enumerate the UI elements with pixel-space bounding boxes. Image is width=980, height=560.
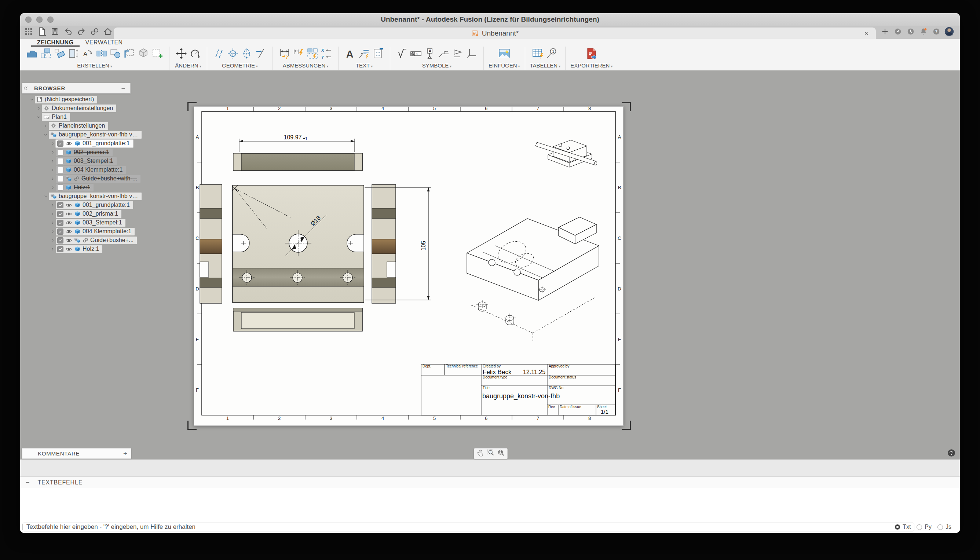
edge-extension-button[interactable] <box>254 47 268 62</box>
chevron-right-icon[interactable] <box>50 167 56 173</box>
share-link-button[interactable] <box>89 27 100 38</box>
eye-icon[interactable] <box>65 228 72 235</box>
surface-texture-button[interactable] <box>395 47 409 62</box>
projected-view-button[interactable] <box>39 47 53 62</box>
comments-bar[interactable]: KOMMENTARE + <box>22 448 131 459</box>
job-status-button[interactable] <box>906 28 915 37</box>
section-view-button[interactable] <box>67 47 81 62</box>
visibility-checkbox[interactable] <box>57 202 63 208</box>
chevron-right-icon[interactable] <box>50 246 56 252</box>
chevron-right-icon[interactable] <box>50 220 56 226</box>
visibility-checkbox[interactable] <box>57 220 63 226</box>
eye-icon[interactable] <box>65 210 72 217</box>
eye-icon[interactable] <box>65 140 72 147</box>
export-button[interactable] <box>585 47 598 62</box>
close-tab-icon[interactable] <box>862 29 871 38</box>
text-commands-header[interactable]: − TEXTBEFEHLE <box>20 477 960 488</box>
top-view[interactable] <box>233 153 362 170</box>
note-button[interactable] <box>371 47 385 62</box>
chevron-right-icon[interactable] <box>35 105 42 112</box>
ribbon-group-label[interactable]: ERSTELLEN▾ <box>77 62 112 68</box>
browser-header[interactable]: BROWSER <box>22 83 130 93</box>
chevron-right-icon[interactable] <box>50 140 56 147</box>
chevron-right-icon[interactable] <box>50 185 56 191</box>
eye-icon[interactable] <box>65 219 72 226</box>
text-commands-output[interactable] <box>20 488 960 521</box>
visibility-checkbox[interactable] <box>57 211 63 217</box>
auxiliary-view-button[interactable] <box>53 47 67 62</box>
visibility-checkbox[interactable] <box>57 228 63 235</box>
ribbon-group-label[interactable]: TEXT▾ <box>356 62 373 68</box>
insert-image-button[interactable] <box>497 47 511 62</box>
tree-item-002-prisma-1[interactable]: 002_prisma:1 <box>22 209 130 218</box>
avatar-button[interactable] <box>945 28 954 37</box>
collapse-panel-icon[interactable] <box>22 85 29 92</box>
edge-symbol-button[interactable] <box>465 47 478 62</box>
document-tab[interactable]: Unbenannt* <box>114 28 876 39</box>
auto-dimension-button[interactable] <box>292 47 305 62</box>
ribbon-group-label[interactable]: SYMBOLE▾ <box>422 62 452 68</box>
balloon-button[interactable]: 1 <box>545 47 559 62</box>
visibility-checkbox[interactable] <box>57 246 63 252</box>
tree-item-004-klemmplatte-1[interactable]: 004 Klemmplatte:1 <box>22 165 130 174</box>
chevron-right-icon[interactable] <box>50 202 56 208</box>
visibility-checkbox[interactable] <box>57 149 63 155</box>
ordinate-dimension-button[interactable]: XY <box>320 47 333 62</box>
visibility-checkbox[interactable] <box>57 176 63 182</box>
tree-item-holz-1[interactable]: Holz:1 <box>22 245 130 253</box>
mode-radio-txt[interactable] <box>895 525 900 530</box>
tree-item-003-stempel-1[interactable]: 003_Stempel:1 <box>22 157 130 165</box>
tree-item-guide-bushe[interactable]: Guide+bushe+... <box>22 236 130 245</box>
chevron-down-icon[interactable] <box>35 114 42 120</box>
ribbon-tab-verwalten[interactable]: VERWALTEN <box>80 39 129 47</box>
feature-control-frame-button[interactable]: .1 <box>409 47 423 62</box>
canvas-badge[interactable] <box>947 448 956 457</box>
command-input[interactable] <box>22 523 914 532</box>
chevron-right-icon[interactable] <box>50 158 56 164</box>
eye-icon[interactable] <box>65 246 72 253</box>
center-mark-pattern-button[interactable] <box>240 47 254 62</box>
notifications-button[interactable] <box>919 28 928 37</box>
tree-item-002-prisma-1[interactable]: 002_prisma:1 <box>22 148 130 157</box>
visibility-checkbox[interactable] <box>57 185 63 191</box>
chevron-right-icon[interactable] <box>50 228 56 235</box>
centerline-button[interactable] <box>212 47 226 62</box>
ribbon-group-label[interactable]: EXPORTIEREN▾ <box>570 62 612 68</box>
new-tab-button[interactable] <box>880 28 890 37</box>
visibility-checkbox[interactable] <box>57 140 63 147</box>
zoom-fit-button[interactable] <box>496 449 506 458</box>
eye-icon[interactable] <box>65 202 72 209</box>
chevron-right-icon[interactable] <box>50 149 56 155</box>
rotate-button[interactable] <box>188 47 202 62</box>
chevron-down-icon[interactable] <box>43 193 49 200</box>
zoom-window-button[interactable] <box>486 449 495 458</box>
visibility-checkbox[interactable] <box>57 237 63 243</box>
new-file-button[interactable] <box>36 27 47 38</box>
visibility-checkbox[interactable] <box>57 167 63 173</box>
ribbon-group-label[interactable]: TABELLEN▾ <box>530 62 561 68</box>
tree-item-003-stempel-1[interactable]: 003_Stempel:1 <box>22 218 130 227</box>
collapse-console-icon[interactable]: − <box>26 478 30 486</box>
chevron-right-icon[interactable] <box>50 176 56 182</box>
taper-symbol-button[interactable] <box>451 47 465 62</box>
mode-radio-js[interactable] <box>937 525 943 530</box>
drawing-sheet[interactable]: 1122334455667788AABBCCDDEEFF 109.97 <box>193 107 623 426</box>
tree-item-guide-bushe-with[interactable]: Guide+bushe+with-... <box>22 174 130 183</box>
chevron-right-icon[interactable] <box>50 237 56 243</box>
ribbon-group-label[interactable]: EINFÜGEN▾ <box>488 62 520 68</box>
ribbon-group-label[interactable]: GEOMETRIE▾ <box>222 62 258 68</box>
rotated-section-view-button[interactable]: A <box>81 47 95 62</box>
minimize-panel-icon[interactable] <box>120 85 127 92</box>
text-button[interactable]: A <box>343 47 357 62</box>
datum-identifier-button[interactable]: A <box>423 47 437 62</box>
ribbon-group-label[interactable]: ÄNDERN▾ <box>175 62 201 68</box>
tree-item-plan1[interactable]: Plan1 <box>22 113 130 122</box>
tree-item-baugruppe-konstr-von-fhb-v7-2[interactable]: baugruppe_konstr-von-fhb v7:2 <box>22 192 130 201</box>
break-view-button[interactable] <box>95 47 108 62</box>
tree-item-001-grundplatte-1[interactable]: 001_grundplatte:1 <box>22 139 130 148</box>
save-button[interactable] <box>50 27 60 38</box>
ribbon-tab-zeichnung[interactable]: ZEICHNUNG <box>31 39 80 47</box>
drawing-canvas[interactable]: 1122334455667788AABBCCDDEEFF 109.97 <box>20 70 960 460</box>
chevron-down-icon[interactable] <box>43 132 49 138</box>
tree-item-nicht-gespeichert[interactable]: (Nicht gespeichert) <box>22 95 130 104</box>
